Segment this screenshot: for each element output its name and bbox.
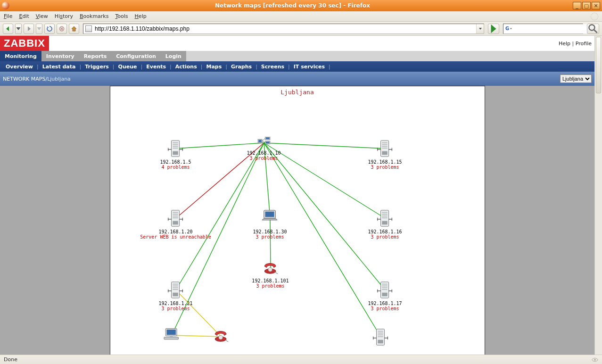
node-status: 3 problems [226, 156, 302, 161]
url-history-dropdown-button[interactable] [476, 24, 484, 33]
menu-view[interactable]: View [36, 13, 48, 19]
breadcrumb-current: Ljubljana [47, 76, 71, 82]
map-node[interactable] [343, 328, 419, 348]
tab-reports[interactable]: Reports [79, 51, 112, 61]
activity-throbber-icon [591, 13, 598, 20]
node-label: 192.168.1.30 [232, 229, 308, 234]
breadcrumb: NETWORK MAPS / Ljubljana Ljubljana [0, 72, 594, 86]
node-label: 192.168.1.10 [226, 150, 302, 156]
switch-icon [254, 137, 274, 149]
server-icon [376, 209, 394, 228]
search-button[interactable] [587, 24, 599, 34]
map-node[interactable]: 192.168.1.103 problems [226, 137, 302, 161]
node-label: 192.168.1.101 [233, 278, 308, 283]
map-node[interactable]: 192.168.1.163 problems [347, 209, 423, 240]
zabbix-logo: ZABBIX [0, 36, 49, 51]
back-button[interactable] [3, 24, 13, 34]
subtab-events[interactable]: Events [142, 64, 170, 70]
browser-toolbar: G [0, 22, 602, 36]
tab-inventory[interactable]: Inventory [41, 51, 79, 61]
menu-bookmarks[interactable]: Bookmarks [80, 13, 108, 19]
browser-menubar: File Edit View History Bookmarks Tools H… [0, 11, 602, 22]
node-label: 192.168.1.5 [138, 159, 214, 165]
network-map-canvas[interactable]: Ljubljana 192.168.1.54 problems192.168.1… [110, 86, 485, 355]
subtab-latest-data[interactable]: Latest data [39, 64, 80, 70]
node-status: 3 problems [347, 306, 423, 311]
subtab-overview[interactable]: Overview [2, 64, 37, 70]
window-title: Network maps [refreshed every 30 sec] - … [12, 2, 573, 9]
url-bar[interactable] [83, 24, 484, 34]
go-button[interactable] [488, 24, 499, 34]
node-status: 3 problems [347, 165, 423, 170]
workstation-icon [162, 328, 181, 343]
link-help[interactable]: Help [559, 41, 570, 47]
node-label: 192.168.1.17 [347, 301, 423, 306]
server-icon [376, 281, 394, 299]
menu-edit[interactable]: Edit [19, 13, 29, 19]
maximize-button[interactable]: ▢ [582, 2, 591, 9]
node-status: 3 problems [138, 306, 214, 311]
subtab-maps[interactable]: Maps [202, 64, 225, 70]
sub-nav: Overview| Latest data| Triggers| Queue| … [0, 61, 594, 72]
tab-configuration[interactable]: Configuration [111, 51, 161, 61]
close-button[interactable]: ✕ [592, 2, 600, 9]
subtab-it-services[interactable]: IT services [290, 64, 329, 70]
map-node[interactable]: 192.168.1.20Server WEB is unreachable [138, 209, 214, 240]
home-button[interactable] [69, 24, 79, 34]
map-selector[interactable]: Ljubljana [560, 74, 592, 83]
subtab-triggers[interactable]: Triggers [81, 64, 113, 70]
svg-line-4 [594, 29, 597, 33]
map-node[interactable]: 192.168.1.153 problems [347, 139, 423, 170]
page-favicon-icon [85, 25, 92, 32]
svg-point-3 [589, 25, 594, 30]
subtab-queue[interactable]: Queue [115, 64, 141, 70]
map-node[interactable]: 192.168.1.54 problems [138, 139, 214, 170]
menu-help[interactable]: Help [135, 13, 147, 19]
map-node[interactable]: 192.168.1.1013 problems [233, 261, 308, 289]
status-text: Done [4, 356, 17, 363]
server-icon [372, 328, 390, 347]
menu-history[interactable]: History [55, 13, 73, 19]
browser-statusbar: Done [0, 355, 602, 364]
privacy-icon [592, 356, 598, 363]
vertical-scrollbar[interactable] [594, 36, 602, 355]
search-input[interactable] [514, 24, 594, 33]
search-engine-icon[interactable]: G [505, 25, 512, 32]
tab-login[interactable]: Login [161, 51, 186, 61]
node-status: Server WEB is unreachable [138, 234, 214, 240]
menu-tools[interactable]: Tools [115, 13, 128, 19]
minimize-button[interactable]: _ [573, 2, 581, 9]
map-area: Ljubljana 192.168.1.54 problems192.168.1… [0, 86, 594, 355]
firefox-icon [2, 2, 9, 9]
map-node[interactable]: 192.168.1.303 problems [232, 209, 308, 240]
page-content: ZABBIX Help | Profile Monitoring Invento… [0, 36, 594, 355]
scrollbar-thumb[interactable] [596, 37, 601, 93]
url-input[interactable] [94, 24, 476, 33]
subtab-screens[interactable]: Screens [257, 64, 288, 70]
server-icon [167, 281, 185, 299]
stop-button[interactable] [57, 24, 67, 34]
node-label: 192.168.1.15 [347, 159, 423, 165]
node-label: 192.168.1.21 [138, 301, 214, 306]
map-node[interactable]: 192.168.1.173 problems [347, 281, 423, 311]
phone-icon [212, 329, 231, 345]
browser-viewport: ZABBIX Help | Profile Monitoring Invento… [0, 36, 602, 355]
main-nav: Monitoring Inventory Reports Configurati… [0, 51, 594, 61]
menu-file[interactable]: File [4, 13, 12, 19]
subtab-actions[interactable]: Actions [172, 64, 201, 70]
tab-monitoring[interactable]: Monitoring [0, 51, 41, 61]
app-header: ZABBIX Help | Profile [0, 36, 594, 51]
back-history-button[interactable] [15, 24, 22, 34]
node-status: 3 problems [232, 234, 308, 240]
subtab-graphs[interactable]: Graphs [227, 64, 256, 70]
node-status: 4 problems [138, 165, 214, 170]
breadcrumb-root[interactable]: NETWORK MAPS [3, 76, 45, 82]
search-bar[interactable]: G [503, 24, 583, 34]
svg-point-6 [594, 359, 596, 361]
link-profile[interactable]: Profile [576, 41, 592, 47]
reload-button[interactable] [44, 24, 55, 34]
forward-button[interactable] [24, 24, 34, 34]
forward-history-button[interactable] [36, 24, 42, 34]
map-node[interactable] [183, 329, 259, 346]
map-node[interactable]: 192.168.1.213 problems [138, 281, 214, 311]
